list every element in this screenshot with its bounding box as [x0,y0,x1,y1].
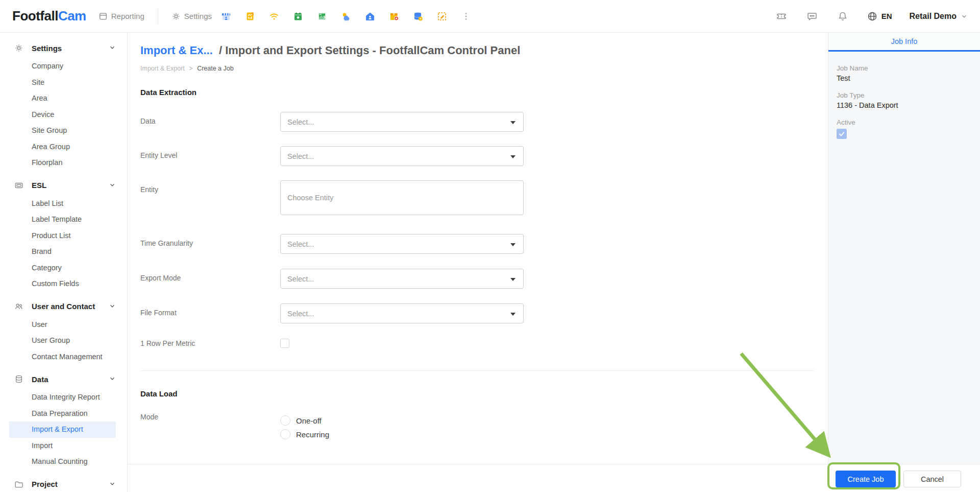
money-icon[interactable]: $ [317,11,327,21]
nav-settings[interactable]: Settings [172,12,212,21]
page-title-link[interactable]: Import & Ex... [140,44,213,57]
job-name-label: Job Name [837,64,972,73]
sidebar-item-device[interactable]: Device [9,107,116,123]
esl-icon [14,181,23,190]
time-granularity-select[interactable]: Select... [280,234,524,254]
sidebar-item-company[interactable]: Company [9,58,116,75]
chat-icon[interactable] [806,11,818,22]
file-format-select[interactable]: Select... [280,303,524,323]
active-checkbox[interactable] [837,129,847,139]
sidebar-item-brand[interactable]: Brand [9,244,116,260]
sidebar-header-esl[interactable]: ESL [0,176,127,195]
caret-down-icon [510,278,516,281]
breadcrumb: Import & Export > Create a Job [140,64,828,73]
footfallcam-logo[interactable]: FootfallCam [12,8,86,24]
sidebar-item-site[interactable]: Site [9,75,116,91]
sidebar-item-floorplan[interactable]: Floorplan [9,155,116,171]
globe-icon [867,11,878,22]
chevron-down-icon [109,302,117,311]
create-job-button[interactable]: Create Job [836,471,896,487]
app-header: FootfallCam Reporting Settings $ EN Reta… [0,0,980,33]
calendar-icon[interactable] [293,11,303,21]
data-select[interactable]: Select... [280,112,524,132]
wifi-icon[interactable] [269,11,279,21]
chevron-down-icon [109,181,117,190]
entity-level-select[interactable]: Select... [280,146,524,166]
sidebar-item-contact-management[interactable]: Contact Management [9,349,116,365]
users-icon [14,302,23,311]
home-icon[interactable] [365,11,375,21]
data-load-form: ModeOne-offRecurring [140,412,828,439]
nav-reporting-label: Reporting [111,12,144,20]
sidebar-item-site-group[interactable]: Site Group [9,123,116,139]
sidebar-item-user-group[interactable]: User Group [9,333,116,349]
sidebar-item-user[interactable]: User [9,317,116,333]
job-name-field: Job Name Test [837,64,972,83]
store-icon[interactable] [221,11,231,21]
radio-recurring[interactable]: Recurring [280,429,329,439]
nav-settings-label: Settings [184,12,212,20]
sidebar-item-category[interactable]: Category [9,260,116,276]
sidebar-header-data[interactable]: Data [0,370,127,388]
job-type-field: Job Type 1136 - Data Export [837,91,972,110]
logo-part-1: Footfall [12,8,58,24]
sidebar-item-label-list[interactable]: Label List [9,196,116,212]
file-format-label: File Format [140,303,280,317]
job-info-body: Job Name Test Job Type 1136 - Data Expor… [828,52,980,139]
ticket-icon[interactable] [776,11,787,22]
sidebar-item-data-preparation[interactable]: Data Preparation [9,406,116,422]
select-placeholder: Select... [287,310,314,318]
form-row-entity-level: Entity LevelSelect... [140,146,828,166]
footer-bar: Create Job Cancel [128,464,980,492]
sidebar-item-manual-counting[interactable]: Manual Counting [9,454,116,470]
entity-input[interactable]: Choose Entity [280,180,524,215]
language-switcher[interactable]: EN [867,11,892,22]
weather-icon[interactable] [341,11,351,21]
more-vertical-icon[interactable] [461,11,471,21]
database-icon [14,374,23,384]
select-placeholder: Select... [287,275,314,283]
sidebar-item-area[interactable]: Area [9,90,116,107]
sidebar-item-import-export[interactable]: Import & Export [9,421,116,438]
sidebar-item-import[interactable]: Import [9,438,116,454]
job-info-panel: Job Info Job Name Test Job Type 1136 - D… [828,33,980,464]
svg-text:$: $ [323,15,325,19]
1-row-per-metric-checkbox[interactable] [280,339,289,348]
account-menu[interactable]: Retail Demo [910,12,968,21]
form-row-data: DataSelect... [140,112,828,132]
job-info-tab[interactable]: Job Info [828,33,980,52]
folder-icon [14,480,23,489]
entity-placeholder: Choose Entity [287,194,333,202]
sidebar-header-user-and-contact[interactable]: User and Contact [0,297,127,316]
radio-one-off[interactable]: One-off [280,415,329,426]
report-chart-icon[interactable] [245,11,255,21]
job-info-tab-label: Job Info [891,37,918,45]
radio-label: One-off [296,416,322,425]
page-title-text: / Import and Export Settings - FootfallC… [219,44,520,57]
bell-icon[interactable] [837,11,848,22]
sidebar-header-project[interactable]: Project [0,475,127,492]
measure-edit-icon[interactable] [437,11,447,21]
database-send-icon[interactable] [413,11,423,21]
sidebar-item-label-template[interactable]: Label Template [9,212,116,228]
sidebar-header-label: Settings [32,44,109,53]
sidebar-item-product-list[interactable]: Product List [9,228,116,244]
breadcrumb-root[interactable]: Import & Export [140,65,185,72]
sidebar-item-area-group[interactable]: Area Group [9,139,116,155]
sidebar-item-custom-fields[interactable]: Custom Fields [9,276,116,292]
form-row-entity: EntityChoose Entity [140,180,828,215]
sidebar-header-settings[interactable]: Settings [0,39,127,57]
cancel-button[interactable]: Cancel [903,471,961,487]
export-mode-select[interactable]: Select... [280,269,524,289]
sidebar-header-label: User and Contact [32,302,109,311]
active-field: Active [837,118,972,139]
sidebar-item-data-integrity-report[interactable]: Data Integrity Report [9,389,116,406]
package-icon[interactable] [389,11,399,21]
breadcrumb-current: Create a Job [197,65,234,72]
data-label: Data [140,112,280,125]
chevron-down-icon [961,13,968,20]
logo-part-2: Cam [58,8,86,24]
nav-reporting[interactable]: Reporting [99,12,144,21]
page-title: Import & Ex... / Import and Export Setti… [140,44,828,57]
app-icon-row: $ [221,11,471,21]
